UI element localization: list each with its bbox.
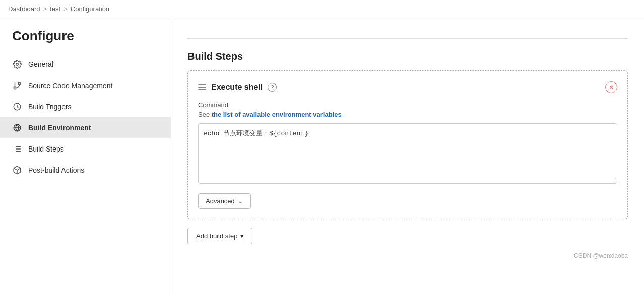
globe-icon	[12, 123, 22, 133]
command-textarea[interactable]	[198, 123, 617, 184]
gear-icon	[12, 59, 22, 69]
watermark: CSDN @wenxiaoba	[187, 252, 628, 259]
sidebar: Configure General Source Code M	[0, 18, 171, 296]
command-note-prefix: See	[198, 111, 212, 118]
advanced-section: Advanced ⌄	[198, 185, 617, 209]
add-build-step-label: Add build step	[196, 232, 237, 240]
svg-point-2	[18, 82, 21, 85]
main-content: ... Build Steps Execute shell ? × Comman…	[171, 18, 644, 296]
list-icon	[12, 144, 22, 154]
build-steps-title: Build Steps	[187, 51, 628, 62]
sidebar-item-general[interactable]: General	[0, 54, 171, 75]
branch-icon	[12, 81, 22, 91]
command-note: See the list of available environment va…	[198, 111, 617, 118]
command-label: Command	[198, 101, 617, 109]
sidebar-item-build-triggers[interactable]: Build Triggers	[0, 96, 171, 117]
svg-point-3	[14, 87, 16, 89]
build-step-card: Execute shell ? × Command See the list o…	[187, 70, 628, 219]
sidebar-item-build-environment[interactable]: Build Environment	[0, 117, 171, 138]
help-icon[interactable]: ?	[268, 83, 277, 92]
dropdown-arrow-icon: ▾	[240, 232, 244, 240]
sidebar-item-build-steps[interactable]: Build Steps	[0, 138, 171, 160]
top-tab-bar: ...	[187, 18, 628, 39]
breadcrumb: Dashboard > test > Configuration	[0, 0, 644, 18]
add-build-step-button[interactable]: Add build step ▾	[187, 228, 252, 244]
drag-handle[interactable]	[198, 84, 206, 90]
breadcrumb-sep-1: >	[43, 5, 47, 13]
sidebar-label-build-steps: Build Steps	[28, 145, 64, 153]
chevron-down-icon: ⌄	[238, 197, 243, 205]
step-title: Execute shell	[211, 83, 263, 92]
step-header: Execute shell ? ×	[198, 81, 617, 93]
clock-icon	[12, 102, 22, 112]
sidebar-item-post-build[interactable]: Post-build Actions	[0, 160, 171, 181]
sidebar-title: Configure	[0, 28, 171, 54]
breadcrumb-configuration: Configuration	[71, 5, 109, 13]
advanced-button[interactable]: Advanced ⌄	[198, 193, 251, 209]
breadcrumb-sep-2: >	[63, 5, 68, 13]
sidebar-label-source-code: Source Code Management	[28, 82, 112, 90]
advanced-label: Advanced	[206, 197, 235, 205]
env-vars-link[interactable]: the list of available environment variab…	[212, 111, 342, 118]
breadcrumb-dashboard[interactable]: Dashboard	[8, 5, 40, 13]
sidebar-label-build-triggers: Build Triggers	[28, 103, 72, 111]
svg-point-0	[16, 63, 19, 66]
step-header-left: Execute shell ?	[198, 83, 277, 92]
box-icon	[12, 165, 22, 175]
sidebar-item-source-code[interactable]: Source Code Management	[0, 75, 171, 96]
sidebar-label-post-build: Post-build Actions	[28, 166, 84, 174]
close-step-button[interactable]: ×	[605, 81, 617, 93]
breadcrumb-test[interactable]: test	[50, 5, 60, 13]
sidebar-label-general: General	[28, 60, 53, 68]
sidebar-label-build-environment: Build Environment	[28, 124, 91, 132]
